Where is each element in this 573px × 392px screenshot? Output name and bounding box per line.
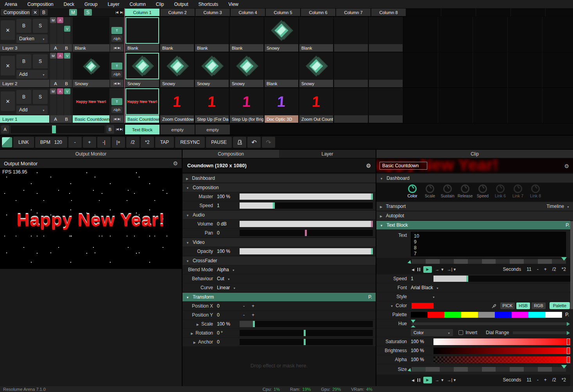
empty-clip-cell[interactable] — [543, 52, 573, 88]
previous-clip-icon[interactable] — [114, 117, 116, 121]
menu-item-deck[interactable]: Deck — [64, 2, 74, 7]
layer-name[interactable]: Layer 1 — [0, 115, 49, 123]
menu-item-arena[interactable]: Arena — [5, 2, 17, 7]
section-composition[interactable]: Composition — [183, 183, 376, 192]
layer-preview[interactable] — [73, 17, 109, 44]
palette-button[interactable]: Palette — [550, 302, 570, 309]
play-mode-icon[interactable] — [447, 267, 456, 272]
seconds-increase[interactable]: + — [544, 267, 547, 272]
layer-ab-assign[interactable]: A B — [50, 80, 72, 87]
layer-bypass-button[interactable]: B — [16, 19, 31, 33]
previous-icon[interactable] — [116, 127, 118, 131]
increment-button[interactable]: + — [248, 303, 258, 309]
previous-column-icon[interactable] — [116, 11, 118, 14]
increment-button[interactable]: + — [248, 312, 258, 318]
layer-ab-assign[interactable]: A B — [50, 115, 72, 123]
layer-v-toggle[interactable]: V — [64, 26, 70, 32]
layer-m-toggle[interactable]: M — [50, 88, 56, 94]
layer-name[interactable]: Layer 2 — [0, 80, 49, 87]
dial-range-slider[interactable] — [513, 331, 569, 334]
clip-cell[interactable]: Blank — [299, 17, 334, 52]
undo-button[interactable] — [247, 137, 261, 148]
clip-cell[interactable]: Blank — [229, 17, 264, 52]
column-tab-7[interactable]: Column 7 — [336, 9, 371, 16]
layer-name[interactable]: Layer 3 — [0, 44, 49, 52]
previous-clip-icon[interactable] — [114, 82, 116, 85]
palette-swatch[interactable] — [495, 312, 512, 318]
timeline-end-marker[interactable] — [561, 257, 567, 261]
sustain-knob[interactable]: Sustain — [441, 184, 454, 198]
opacity-value[interactable]: 100 % — [217, 249, 240, 254]
blend-mode-dropdown[interactable]: Darken — [16, 34, 48, 43]
layer-t-toggle[interactable]: T — [111, 98, 122, 105]
speed-value[interactable]: 1 — [217, 203, 240, 208]
empty-clip-cell[interactable] — [369, 88, 403, 123]
clip-cell[interactable]: 1Step Up (For Dark) — [195, 88, 229, 123]
play-backwards-icon[interactable] — [412, 267, 414, 272]
play-icon[interactable] — [423, 266, 432, 273]
play-icon[interactable] — [423, 377, 432, 383]
palette-swatch[interactable] — [528, 312, 545, 318]
layer-a-toggle[interactable]: A — [57, 17, 63, 23]
rotation-value[interactable]: 0 ° — [217, 330, 240, 336]
blend-mode-dropdown[interactable]: Alpha — [217, 267, 240, 272]
layer-a-toggle[interactable]: A — [57, 88, 63, 94]
play-backwards-icon[interactable] — [412, 377, 414, 383]
clip-name-input[interactable]: Basic Countdown — [380, 162, 427, 170]
alpha-slider[interactable] — [433, 356, 570, 363]
color-mode-dropdown[interactable]: Color — [411, 329, 453, 336]
clip-tab-text-block[interactable]: Text Block — [125, 125, 159, 134]
layer-t-toggle[interactable]: T — [111, 63, 122, 70]
empty-clip-cell[interactable] — [473, 88, 508, 123]
section-dashboard[interactable]: Dashboard — [183, 174, 376, 183]
speed-slider[interactable] — [240, 202, 373, 209]
clip-tab-empty[interactable]: empty — [195, 125, 230, 134]
column-tab-6[interactable]: Column 6 — [301, 9, 335, 16]
eyedropper-icon[interactable] — [492, 303, 497, 308]
layer-solo-button[interactable]: S — [33, 54, 48, 68]
empty-clip-cell[interactable] — [403, 88, 438, 123]
clip-cell[interactable]: Blank — [160, 17, 195, 52]
clip-cell[interactable]: Blank — [264, 52, 299, 88]
layer-m-toggle[interactable]: M — [50, 53, 56, 59]
menu-item-view[interactable]: View — [228, 2, 238, 7]
saturation-value[interactable]: 100 % — [411, 339, 433, 344]
scale-knob[interactable]: Scale — [424, 184, 436, 198]
clip-cell[interactable]: 1Step Up (for Bright) — [229, 88, 264, 123]
next-clip-icon[interactable] — [118, 46, 120, 50]
metronome-button[interactable] — [233, 137, 246, 148]
layer-preview[interactable]: Happy New Year! — [73, 88, 109, 115]
empty-clip-cell[interactable] — [438, 88, 473, 123]
layer-clear-button[interactable]: ✕ — [1, 91, 15, 111]
transform-p-button[interactable]: P. — [368, 294, 372, 300]
pause-icon[interactable] — [417, 268, 420, 271]
master-slider[interactable] — [240, 193, 373, 200]
rotation-slider[interactable] — [240, 330, 373, 336]
layer-alpha-button[interactable]: Alph — [111, 35, 122, 42]
layer-t-toggle[interactable]: T — [111, 27, 122, 34]
position-x-value[interactable]: 0 — [217, 303, 240, 309]
scale-value[interactable]: 100 % — [217, 321, 240, 327]
volume-slider[interactable] — [240, 221, 373, 227]
half-tempo-button[interactable]: /2 — [126, 137, 140, 148]
composition-bypass-button[interactable]: B — [40, 9, 48, 16]
seconds-double[interactable]: *2 — [562, 267, 566, 272]
crossfader-b-button[interactable]: B — [106, 125, 114, 134]
behaviour-dropdown[interactable]: Cut — [217, 276, 240, 281]
clip-tab-empty[interactable]: empty — [160, 125, 195, 134]
master-value[interactable]: 100 % — [217, 194, 240, 199]
palette-swatch[interactable] — [428, 312, 444, 318]
layer-clear-button[interactable]: ✕ — [1, 20, 15, 40]
clip-cell[interactable]: Snowy — [195, 52, 229, 88]
next-clip-icon[interactable] — [118, 82, 120, 85]
double-tempo-button[interactable]: *2 — [141, 137, 154, 148]
timeline-end-marker[interactable] — [561, 365, 567, 369]
section-autopilot[interactable]: Autopilot — [376, 211, 573, 220]
text-input[interactable]: 10 9 8 7 6 — [411, 232, 566, 256]
menu-item-column[interactable]: Column — [129, 2, 145, 7]
seconds-value[interactable]: 11 — [526, 377, 531, 383]
bpm-decrease-button[interactable]: - — [68, 137, 82, 148]
resync-button[interactable]: RESYNC — [175, 137, 205, 148]
composition-m-toggle[interactable]: M — [69, 9, 77, 16]
bpm-increase-button[interactable]: + — [83, 137, 96, 148]
